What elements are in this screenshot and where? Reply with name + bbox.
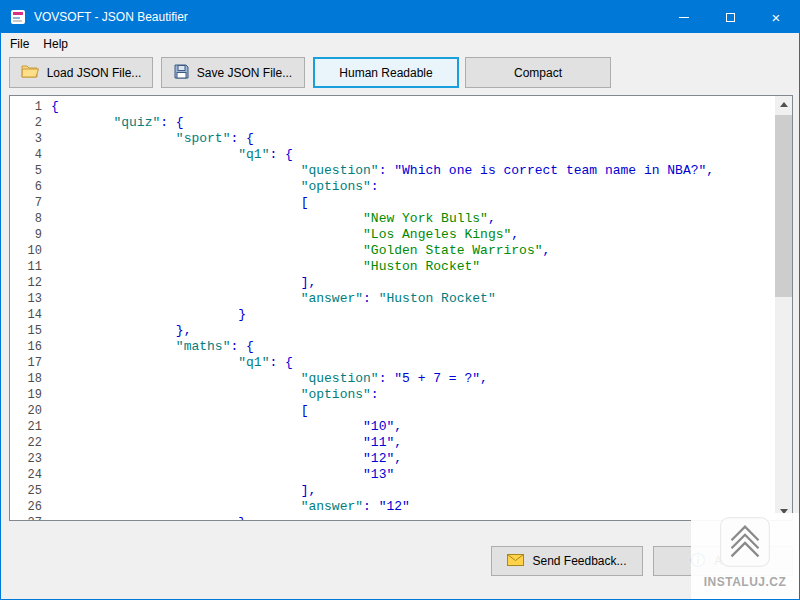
line-number: 25	[10, 483, 42, 499]
human-readable-label: Human Readable	[339, 66, 432, 80]
app-icon	[10, 9, 26, 25]
line-number: 19	[10, 387, 42, 403]
line-number: 8	[10, 211, 42, 227]
instaluj-logo-icon	[718, 515, 772, 573]
line-number: 6	[10, 179, 42, 195]
line-number: 15	[10, 323, 42, 339]
line-number: 3	[10, 131, 42, 147]
line-number-gutter: 1234567891011121314151617181920212223242…	[10, 99, 42, 521]
code-line: "quiz": {	[51, 115, 774, 131]
code-line: "Los Angeles Kings",	[51, 227, 774, 243]
code-line: "answer": "12"	[51, 499, 774, 515]
line-number: 17	[10, 355, 42, 371]
save-json-label: Save JSON File...	[197, 66, 292, 80]
code-area: { "quiz": { "sport": { "q1": { "question…	[51, 99, 774, 521]
code-line: ],	[51, 483, 774, 499]
scroll-up-button[interactable]	[775, 96, 792, 113]
line-number: 11	[10, 259, 42, 275]
code-line: "maths": {	[51, 339, 774, 355]
code-line: [	[51, 195, 774, 211]
code-line: "Golden State Warriros",	[51, 243, 774, 259]
app-window: VOVSOFT - JSON Beautifier × File Help Lo…	[0, 0, 800, 600]
line-number: 18	[10, 371, 42, 387]
code-line: "q1": {	[51, 355, 774, 371]
maximize-icon	[726, 13, 735, 22]
line-number: 1	[10, 99, 42, 115]
code-line: },	[51, 323, 774, 339]
maximize-button[interactable]	[707, 1, 753, 33]
code-line: "10",	[51, 419, 774, 435]
titlebar: VOVSOFT - JSON Beautifier ×	[1, 1, 799, 33]
menu-help[interactable]: Help	[36, 34, 75, 54]
code-line: }	[51, 307, 774, 323]
line-number: 21	[10, 419, 42, 435]
line-number: 23	[10, 451, 42, 467]
code-line: "question": "Which one is correct team n…	[51, 163, 774, 179]
line-number: 20	[10, 403, 42, 419]
code-line: "options":	[51, 387, 774, 403]
code-line: "answer": "Huston Rocket"	[51, 291, 774, 307]
line-number: 2	[10, 115, 42, 131]
code-line: "options":	[51, 179, 774, 195]
minimize-button[interactable]	[661, 1, 707, 33]
line-number: 10	[10, 243, 42, 259]
code-line: },	[51, 515, 774, 521]
vertical-scrollbar[interactable]	[775, 96, 792, 520]
compact-label: Compact	[514, 66, 562, 80]
load-json-button[interactable]: Load JSON File...	[9, 57, 153, 88]
send-feedback-button[interactable]: Send Feedback...	[491, 546, 643, 576]
code-line: ],	[51, 275, 774, 291]
window-title: VOVSOFT - JSON Beautifier	[34, 10, 188, 24]
load-json-label: Load JSON File...	[47, 66, 142, 80]
human-readable-button[interactable]: Human Readable	[313, 57, 459, 88]
json-editor[interactable]: 1234567891011121314151617181920212223242…	[9, 95, 793, 521]
code-line: "12",	[51, 451, 774, 467]
code-line: "question": "5 + 7 = ?",	[51, 371, 774, 387]
scrollbar-thumb[interactable]	[775, 115, 792, 297]
code-line: "11",	[51, 435, 774, 451]
send-feedback-label: Send Feedback...	[532, 554, 626, 568]
line-number: 5	[10, 163, 42, 179]
close-icon: ×	[772, 10, 781, 25]
line-number: 24	[10, 467, 42, 483]
instaluj-watermark: INSTALUJ.CZ	[691, 513, 799, 599]
line-number: 13	[10, 291, 42, 307]
menu-file[interactable]: File	[3, 34, 36, 54]
line-number: 9	[10, 227, 42, 243]
line-number: 12	[10, 275, 42, 291]
code-line: "q1": {	[51, 147, 774, 163]
line-number: 14	[10, 307, 42, 323]
menu-bar: File Help	[1, 33, 799, 55]
folder-open-icon	[21, 64, 39, 81]
minimize-icon	[679, 17, 689, 18]
compact-button[interactable]: Compact	[465, 57, 611, 88]
arrow-up-icon	[780, 102, 788, 107]
line-number: 26	[10, 499, 42, 515]
close-button[interactable]: ×	[753, 1, 799, 33]
save-icon	[174, 64, 189, 82]
window-controls: ×	[661, 1, 799, 33]
code-line: "sport": {	[51, 131, 774, 147]
code-line: "Huston Rocket"	[51, 259, 774, 275]
code-line: {	[51, 99, 774, 115]
line-number: 16	[10, 339, 42, 355]
watermark-text: INSTALUJ.CZ	[704, 575, 787, 589]
feedback-envelope-icon	[507, 554, 524, 569]
line-number: 4	[10, 147, 42, 163]
line-number: 27	[10, 515, 42, 521]
code-line: "New York Bulls",	[51, 211, 774, 227]
line-number: 22	[10, 435, 42, 451]
line-number: 7	[10, 195, 42, 211]
code-line: [	[51, 403, 774, 419]
save-json-button[interactable]: Save JSON File...	[161, 57, 305, 88]
code-line: "13"	[51, 467, 774, 483]
